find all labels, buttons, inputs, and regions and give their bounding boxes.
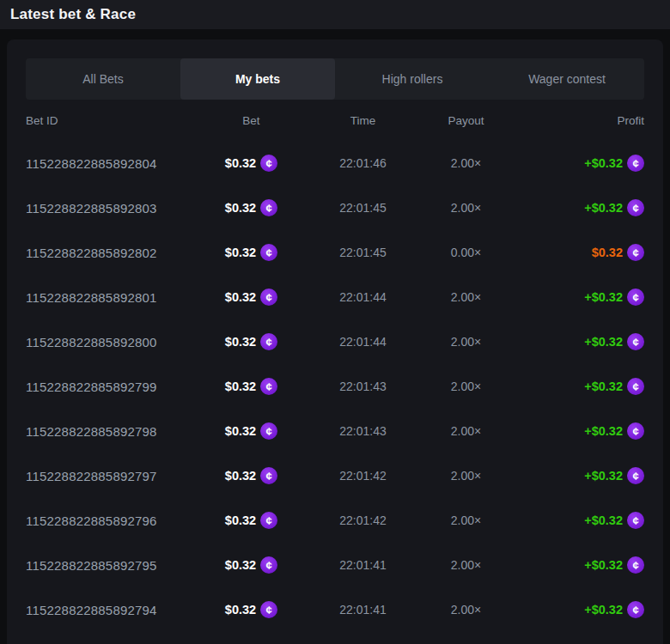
bet-amount-cell: $0.32 ¢ (202, 244, 301, 261)
bet-id-cell: 115228822885892795 (26, 558, 202, 573)
bet-time-cell: 22:01:45 (301, 246, 425, 259)
bet-amount-cell: $0.32 ¢ (202, 512, 301, 529)
bet-amount: $0.32 (225, 156, 256, 170)
payout-cell: 2.00× (425, 513, 507, 527)
profit-cell: +$0.32 ¢ (507, 601, 644, 618)
bet-amount: $0.32 (225, 603, 256, 617)
profit-cell: $0.32 ¢ (507, 244, 644, 261)
payout-cell: 0.00× (425, 246, 507, 259)
bet-time-cell: 22:01:46 (301, 156, 425, 170)
table-row: 115228822885892802 $0.32 ¢ 22:01:45 0.00… (26, 230, 644, 275)
payout-cell: 2.00× (425, 380, 507, 393)
page-header: Latest bet & Race (0, 0, 670, 29)
bet-time-cell: 22:01:41 (301, 603, 425, 617)
bet-amount-cell: $0.32 ¢ (202, 199, 301, 216)
coin-icon: ¢ (627, 512, 644, 529)
coin-icon: ¢ (260, 512, 277, 529)
profit-amount: +$0.32 (584, 201, 623, 215)
bet-amount: $0.32 (225, 335, 256, 349)
page-title: Latest bet & Race (10, 6, 136, 23)
coin-icon: ¢ (260, 378, 277, 395)
bet-time-cell: 22:01:44 (301, 335, 425, 349)
bet-id-cell: 115228822885892794 (26, 603, 202, 617)
payout-cell: 2.00× (425, 335, 507, 349)
coin-icon: ¢ (627, 422, 644, 440)
bets-table-body: 115228822885892804 $0.32 ¢ 22:01:46 2.00… (26, 141, 644, 632)
payout-cell: 2.00× (425, 603, 507, 617)
table-row: 115228822885892801 $0.32 ¢ 22:01:44 2.00… (26, 275, 644, 319)
bet-amount: $0.32 (225, 558, 256, 572)
tab-wager-contest[interactable]: Wager contest (490, 58, 644, 100)
payout-cell: 2.00× (425, 558, 507, 572)
tab-all-bets[interactable]: All Bets (26, 58, 180, 100)
coin-icon: ¢ (260, 244, 277, 261)
profit-amount: +$0.32 (584, 469, 623, 483)
profit-amount: +$0.32 (584, 290, 623, 304)
bet-amount-cell: $0.32 ¢ (202, 601, 301, 618)
bet-time-cell: 22:01:44 (301, 290, 425, 304)
coin-icon: ¢ (627, 155, 644, 172)
bet-time-cell: 22:01:42 (301, 469, 425, 483)
coin-icon: ¢ (627, 601, 644, 618)
coin-icon: ¢ (260, 289, 277, 306)
profit-cell: +$0.32 ¢ (507, 467, 644, 484)
bet-amount: $0.32 (225, 290, 256, 304)
bet-time-cell: 22:01:43 (301, 424, 425, 438)
profit-cell: +$0.32 ¢ (507, 378, 644, 395)
bet-amount: $0.32 (225, 513, 256, 527)
coin-icon: ¢ (260, 199, 277, 216)
bet-time-cell: 22:01:41 (301, 558, 425, 572)
bet-amount-cell: $0.32 ¢ (202, 378, 301, 395)
table-row: 115228822885892797 $0.32 ¢ 22:01:42 2.00… (26, 453, 644, 498)
bets-panel: All Bets My bets High rollers Wager cont… (7, 39, 663, 644)
bet-id-cell: 115228822885892801 (26, 290, 202, 305)
coin-icon: ¢ (627, 556, 644, 574)
bet-id-cell: 115228822885892804 (26, 156, 202, 171)
profit-cell: +$0.32 ¢ (507, 422, 644, 440)
tab-my-bets[interactable]: My bets (180, 58, 335, 100)
payout-cell: 2.00× (425, 156, 507, 170)
table-row: 115228822885892800 $0.32 ¢ 22:01:44 2.00… (26, 319, 644, 364)
bet-id-cell: 115228822885892802 (26, 246, 202, 260)
tab-high-rollers[interactable]: High rollers (335, 58, 490, 100)
coin-icon: ¢ (260, 422, 277, 440)
coin-icon: ¢ (260, 556, 277, 574)
coin-icon: ¢ (627, 289, 644, 306)
column-header-profit: Profit (507, 114, 644, 127)
bet-amount-cell: $0.32 ¢ (202, 155, 301, 172)
profit-cell: +$0.32 ¢ (507, 289, 644, 306)
bet-amount-cell: $0.32 ¢ (202, 556, 301, 574)
coin-icon: ¢ (260, 155, 277, 172)
profit-cell: +$0.32 ¢ (507, 512, 644, 529)
bet-amount: $0.32 (225, 469, 256, 483)
bet-amount: $0.32 (225, 380, 256, 393)
bet-amount: $0.32 (225, 201, 256, 215)
bet-id-cell: 115228822885892796 (26, 513, 202, 528)
table-row: 115228822885892794 $0.32 ¢ 22:01:41 2.00… (26, 587, 644, 632)
payout-cell: 2.00× (425, 424, 507, 438)
bet-id-cell: 115228822885892798 (26, 424, 202, 439)
table-row: 115228822885892804 $0.32 ¢ 22:01:46 2.00… (26, 141, 644, 185)
table-row: 115228822885892796 $0.32 ¢ 22:01:42 2.00… (26, 498, 644, 543)
profit-cell: +$0.32 ¢ (507, 199, 644, 216)
bet-time-cell: 22:01:43 (301, 380, 425, 393)
profit-cell: +$0.32 ¢ (507, 333, 644, 350)
bet-id-cell: 115228822885892799 (26, 380, 202, 394)
profit-amount: +$0.32 (584, 335, 623, 349)
bet-id-cell: 115228822885892797 (26, 469, 202, 483)
table-header: Bet ID Bet Time Payout Profit (26, 100, 644, 141)
bet-amount-cell: $0.32 ¢ (202, 289, 301, 306)
bet-amount: $0.32 (225, 246, 256, 259)
column-header-payout: Payout (425, 114, 507, 127)
profit-amount: +$0.32 (584, 603, 623, 617)
payout-cell: 2.00× (425, 201, 507, 215)
bet-amount-cell: $0.32 ¢ (202, 422, 301, 440)
table-row: 115228822885892798 $0.32 ¢ 22:01:43 2.00… (26, 409, 644, 453)
bet-time-cell: 22:01:45 (301, 201, 425, 215)
coin-icon: ¢ (260, 333, 277, 350)
profit-amount: +$0.32 (584, 558, 623, 572)
column-header-bet-id: Bet ID (26, 114, 202, 127)
bet-id-cell: 115228822885892803 (26, 201, 202, 216)
profit-amount: +$0.32 (584, 424, 623, 438)
bet-amount-cell: $0.32 ¢ (202, 333, 301, 350)
